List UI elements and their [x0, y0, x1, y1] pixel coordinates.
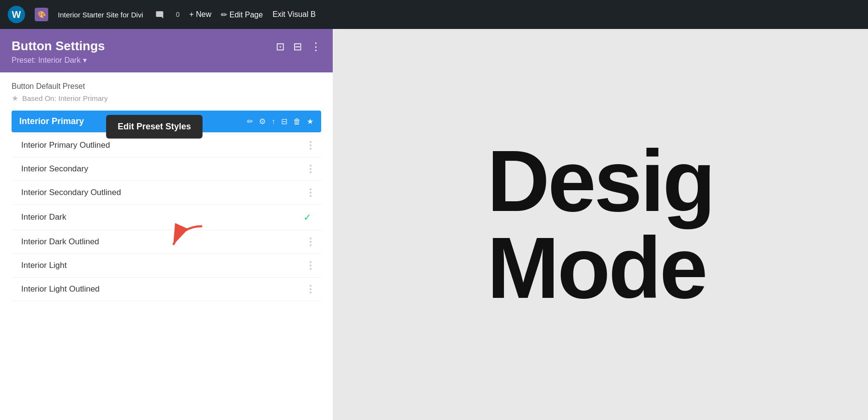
preset-item-interior-light-outlined[interactable]: Interior Light Outlined [12, 278, 321, 301]
based-on-text: Based On: Interior Primary [22, 94, 108, 102]
upload-preset-icon[interactable]: ↑ [271, 117, 275, 126]
main-layout: Button Settings Preset: Interior Dark ▾ … [0, 29, 868, 420]
tooltip-text: Edit Preset Styles [118, 122, 191, 131]
more-options-icon[interactable] [310, 238, 312, 246]
more-options-icon[interactable] [310, 188, 312, 197]
more-options-icon[interactable] [310, 141, 312, 150]
preset-item-name: Interior Light Outlined [21, 284, 100, 294]
more-options-icon[interactable] [310, 165, 312, 173]
check-icon: ✓ [303, 211, 312, 223]
preset-item-name: Interior Secondary [21, 164, 88, 174]
comment-icon [153, 9, 166, 20]
more-options-icon[interactable] [310, 261, 312, 270]
wp-logo[interactable]: W [8, 6, 25, 23]
menu-icon[interactable]: ⋮ [311, 41, 321, 53]
preset-item-interior-secondary-outlined[interactable]: Interior Secondary Outlined [12, 181, 321, 205]
settings-preset-icon[interactable]: ⚙ [259, 117, 266, 126]
star-icon: ★ [12, 94, 18, 103]
comment-count: 0 [176, 11, 180, 18]
preset-list: Interior Primary ✏ ⚙ ↑ ⊟ 🗑 ★ I [12, 111, 321, 301]
arrow-annotation [164, 222, 207, 253]
tooltip-box: Edit Preset Styles [106, 115, 203, 139]
preset-item-interior-light[interactable]: Interior Light [12, 254, 321, 278]
duplicate-preset-icon[interactable]: ⊟ [281, 117, 287, 126]
panel-content: Button Default Preset ★ Based On: Interi… [0, 72, 333, 420]
preset-item-name: Interior Light [21, 261, 67, 270]
wp-admin-bar: W 🎨 Interior Starter Site for Divi 0 + N… [0, 0, 868, 29]
preview-heading: Desig Mode [487, 138, 714, 311]
left-panel: Button Settings Preset: Interior Dark ▾ … [0, 29, 333, 420]
more-options-icon[interactable] [310, 285, 312, 294]
panel-header: Button Settings Preset: Interior Dark ▾ … [0, 29, 333, 72]
preset-actions: ✏ ⚙ ↑ ⊟ 🗑 ★ [247, 117, 313, 126]
based-on-row: ★ Based On: Interior Primary [12, 94, 321, 103]
preset-item-name: Interior Secondary Outlined [21, 188, 121, 197]
preset-item-name: Interior Dark Outlined [21, 237, 99, 247]
preset-item-interior-secondary[interactable]: Interior Secondary [12, 157, 321, 181]
tooltip-container: Edit Preset Styles [106, 115, 203, 139]
section-label: Button Default Preset [12, 82, 321, 91]
site-name: Interior Starter Site for Divi [58, 11, 143, 19]
preset-item-name: Interior Primary [19, 116, 84, 126]
exit-visual-builder-button[interactable]: Exit Visual B [272, 10, 316, 19]
right-panel: Desig Mode [333, 29, 868, 420]
site-icon: 🎨 [35, 8, 48, 21]
new-button[interactable]: + New [190, 10, 212, 19]
preset-item-name: Interior Dark [21, 212, 67, 222]
star-preset-icon[interactable]: ★ [307, 117, 313, 126]
edit-preset-icon[interactable]: ✏ [247, 117, 253, 126]
website-preview: Desig Mode [333, 29, 868, 420]
preset-item-name: Interior Primary Outlined [21, 140, 110, 150]
focus-icon[interactable]: ⊡ [276, 41, 285, 53]
layout-icon[interactable]: ⊟ [293, 41, 302, 53]
panel-subtitle: Preset: Interior Dark ▾ [12, 56, 105, 65]
preset-label: Preset: Interior Dark ▾ [12, 56, 87, 65]
panel-title: Button Settings [12, 39, 105, 54]
delete-preset-icon[interactable]: 🗑 [293, 117, 301, 126]
edit-page-button[interactable]: ✏ Edit Page [221, 10, 263, 19]
